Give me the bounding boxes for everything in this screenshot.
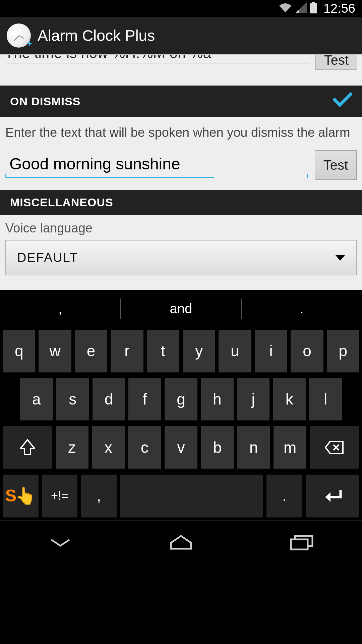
key-period[interactable]: . <box>266 475 302 518</box>
key-q[interactable]: q <box>3 330 35 373</box>
ondismiss-body: Enter the text that will be spoken when … <box>0 117 362 190</box>
app-title: Alarm Clock Plus <box>38 26 155 45</box>
key-w[interactable]: w <box>39 330 71 373</box>
svg-rect-2 <box>291 539 308 549</box>
svg-rect-0 <box>312 2 315 3</box>
nav-back[interactable] <box>45 532 75 552</box>
key-e[interactable]: e <box>75 330 107 373</box>
key-backspace[interactable] <box>310 426 359 469</box>
suggestion-3[interactable]: . <box>242 301 362 316</box>
dismiss-input-wrap[interactable] <box>5 152 308 178</box>
suggestion-2[interactable]: and <box>121 301 241 316</box>
swype-icon: S👆 <box>5 486 36 505</box>
svg-rect-1 <box>310 3 317 13</box>
key-swype[interactable]: S👆 <box>3 475 39 518</box>
soft-keyboard: , and . q w e r t y u i o p a s d f g h … <box>0 290 362 520</box>
back-icon <box>49 536 72 549</box>
home-icon <box>168 534 194 551</box>
key-s[interactable]: s <box>56 378 89 421</box>
key-j[interactable]: j <box>237 378 270 421</box>
voice-language-label: Voice language <box>5 221 357 235</box>
section-header-misc: MISCELLANEOUS <box>0 190 362 215</box>
nav-recents[interactable] <box>287 532 317 552</box>
content-area: The time is now %H:%M on %a Test ON DISM… <box>0 54 362 290</box>
section-title: ON DISMISS <box>10 95 333 108</box>
backspace-icon <box>325 441 344 454</box>
suggestion-1[interactable]: , <box>0 301 120 316</box>
clock-time: 12:56 <box>323 1 355 16</box>
dropdown-value: DEFAULT <box>17 251 336 265</box>
key-row-4: S👆 +!= , . <box>0 472 362 520</box>
test-button-onalarm[interactable]: Test <box>315 54 357 70</box>
key-v[interactable]: v <box>165 426 197 469</box>
key-comma[interactable]: , <box>81 475 117 518</box>
key-u[interactable]: u <box>219 330 251 373</box>
key-f[interactable]: f <box>128 378 161 421</box>
key-r[interactable]: r <box>111 330 143 373</box>
navigation-bar <box>0 520 362 564</box>
key-l[interactable]: l <box>309 378 342 421</box>
key-d[interactable]: d <box>93 378 125 421</box>
voice-language-dropdown[interactable]: DEFAULT <box>5 240 357 275</box>
key-i[interactable]: i <box>255 330 287 373</box>
on-alarm-row-partial: The time is now %H:%M on %a Test <box>0 54 362 76</box>
section-title-misc: MISCELLANEOUS <box>10 196 352 209</box>
nav-home[interactable] <box>166 532 196 552</box>
test-button-dismiss[interactable]: Test <box>315 150 357 180</box>
key-b[interactable]: b <box>201 426 234 469</box>
dismiss-text-input[interactable] <box>5 152 214 178</box>
key-space[interactable] <box>120 475 263 518</box>
key-a[interactable]: a <box>20 378 53 421</box>
key-z[interactable]: z <box>56 426 88 469</box>
shift-icon <box>20 439 35 456</box>
key-row-2: a s d f g h j k l <box>0 375 362 424</box>
key-t[interactable]: t <box>147 330 179 373</box>
key-o[interactable]: o <box>291 330 323 373</box>
key-h[interactable]: h <box>201 378 234 421</box>
key-row-1: q w e r t y u i o p <box>0 327 362 375</box>
key-n[interactable]: n <box>237 426 270 469</box>
key-p[interactable]: p <box>327 330 359 373</box>
app-header: + Alarm Clock Plus <box>0 17 362 54</box>
key-shift[interactable] <box>3 426 52 469</box>
wifi-icon <box>279 2 292 14</box>
signal-icon <box>295 2 307 14</box>
status-bar: 12:56 <box>0 0 362 17</box>
key-m[interactable]: m <box>274 426 306 469</box>
key-enter[interactable] <box>306 475 359 518</box>
key-row-3: z x c v b n m <box>0 424 362 472</box>
chevron-down-icon <box>336 255 345 261</box>
ondismiss-description: Enter the text that will be spoken when … <box>5 124 357 141</box>
key-y[interactable]: y <box>183 330 215 373</box>
check-icon[interactable] <box>333 92 352 111</box>
misc-body: Voice language DEFAULT <box>0 215 362 280</box>
key-k[interactable]: k <box>273 378 306 421</box>
suggestion-bar: , and . <box>0 290 362 327</box>
recents-icon <box>289 534 314 551</box>
app-icon: + <box>7 23 31 48</box>
on-alarm-input[interactable]: The time is now %H:%M on %a <box>5 54 309 63</box>
battery-icon <box>310 2 317 15</box>
key-x[interactable]: x <box>92 426 125 469</box>
key-symbols[interactable]: +!= <box>42 475 78 518</box>
key-g[interactable]: g <box>165 378 197 421</box>
key-c[interactable]: c <box>128 426 161 469</box>
enter-icon <box>322 488 343 504</box>
section-header-ondismiss: ON DISMISS <box>0 86 362 117</box>
